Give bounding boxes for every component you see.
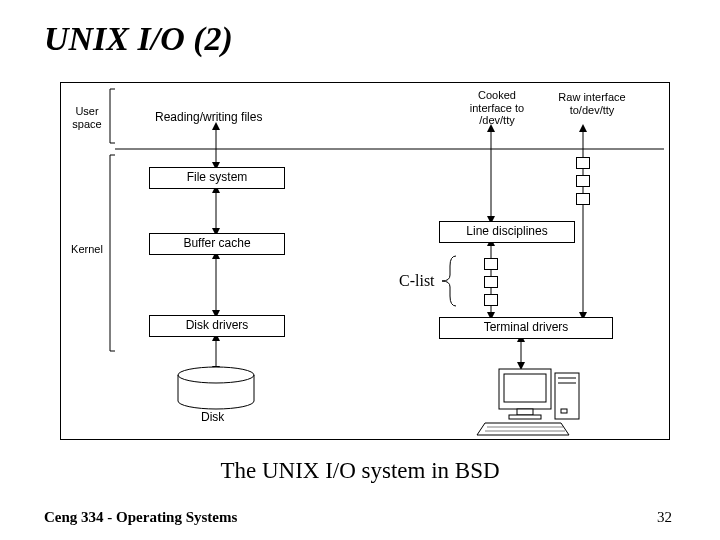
unix-io-diagram: Userspace Kernel Reading/writing files C…: [60, 82, 670, 440]
label-kernel: Kernel: [65, 243, 109, 256]
svg-marker-23: [579, 124, 587, 132]
raw-node: [576, 175, 590, 187]
box-line-disciplines: Line disciplines: [439, 221, 575, 243]
label-raw-interface: Raw interfaceto/dev/tty: [547, 91, 637, 116]
slide-title: UNIX I/O (2): [44, 20, 233, 58]
svg-rect-29: [504, 374, 546, 402]
svg-point-13: [178, 367, 254, 383]
svg-rect-30: [517, 409, 533, 415]
label-reading-writing: Reading/writing files: [155, 111, 262, 125]
label-user-space: Userspace: [65, 105, 109, 130]
diagram-lines: [61, 83, 671, 441]
box-buffer-cache: Buffer cache: [149, 233, 285, 255]
svg-rect-31: [509, 415, 541, 419]
raw-node: [576, 157, 590, 169]
slide-caption: The UNIX I/O system in BSD: [0, 458, 720, 484]
box-disk-drivers: Disk drivers: [149, 315, 285, 337]
clist-node: [484, 294, 498, 306]
page-number: 32: [657, 509, 672, 526]
box-file-system: File system: [149, 167, 285, 189]
label-disk: Disk: [201, 411, 224, 425]
raw-node: [576, 193, 590, 205]
label-clist: C-list: [399, 272, 435, 290]
footer-course: Ceng 334 - Operating Systems: [44, 509, 237, 526]
label-cooked-interface: Cookedinterface to/dev/tty: [457, 89, 537, 127]
clist-node: [484, 258, 498, 270]
clist-node: [484, 276, 498, 288]
box-terminal-drivers: Terminal drivers: [439, 317, 613, 339]
